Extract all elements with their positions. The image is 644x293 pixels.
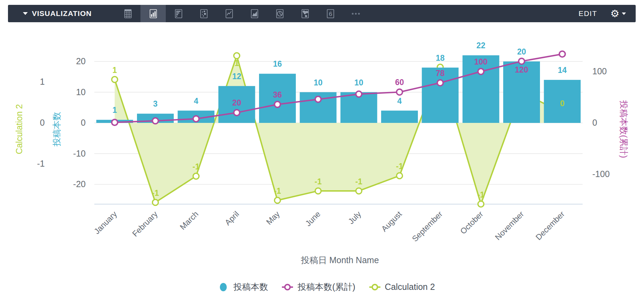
legend-label: Calculation 2: [385, 282, 435, 292]
data-label: 1: [234, 59, 239, 68]
visualization-panel: VISUALIZATION 6 EDIT ⚙ 11341216101041822…: [0, 0, 644, 293]
area-point-March[interactable]: [193, 173, 199, 179]
line-point-February[interactable]: [153, 118, 158, 124]
data-label: 16: [273, 59, 282, 68]
data-label: 36: [273, 90, 282, 99]
area-point-June[interactable]: [315, 188, 321, 194]
y-tick: 10: [76, 87, 86, 97]
data-label: 120: [515, 65, 528, 74]
x-tick-May: May: [264, 209, 281, 226]
y-tick: -20: [73, 179, 86, 189]
area-point-August[interactable]: [397, 173, 403, 179]
legend-item-投稿本数[interactable]: 投稿本数: [217, 281, 268, 293]
data-label: 10: [354, 78, 363, 87]
chart-legend: 投稿本数投稿本数(累計)Calculation 2: [217, 281, 435, 293]
y-tick: 100: [592, 66, 607, 76]
y-tick: 1: [40, 77, 45, 86]
x-tick-December: December: [534, 209, 566, 242]
legend-marker: [217, 283, 230, 292]
x-tick-February: February: [130, 209, 160, 238]
data-label: 22: [476, 41, 486, 50]
data-label: -1: [274, 186, 281, 195]
data-label: 20: [517, 47, 526, 56]
x-tick-September: September: [410, 209, 444, 243]
data-label: -1: [477, 190, 484, 199]
data-label: 3: [153, 99, 158, 108]
legend-marker: [369, 283, 381, 292]
y-axis-title-posts: 投稿本数: [52, 112, 61, 146]
y-tick: 0: [81, 118, 86, 127]
y-tick: 0: [40, 118, 45, 127]
data-label: 14: [558, 66, 567, 75]
x-tick-November: November: [493, 209, 526, 242]
data-label: 10: [314, 78, 323, 87]
data-label: 0: [560, 99, 565, 108]
x-tick-July: July: [346, 209, 363, 226]
x-tick-April: April: [223, 209, 241, 227]
line-point-October[interactable]: [478, 69, 484, 75]
combo-chart: 1134121610104182220141-1-1-1-1-1-1-10203…: [0, 0, 644, 293]
data-label: 1: [112, 106, 117, 115]
area-point-July[interactable]: [356, 188, 362, 194]
legend-item-投稿本数(累計)[interactable]: 投稿本数(累計): [281, 281, 355, 293]
x-tick-June: June: [303, 209, 322, 228]
area-point-October[interactable]: [478, 201, 484, 207]
x-axis-title: 投稿日 Month Name: [301, 254, 379, 266]
x-tick-March: March: [178, 209, 200, 232]
y-tick: 0: [592, 118, 597, 127]
line-point-April[interactable]: [234, 110, 240, 116]
y-tick: -10: [73, 149, 86, 158]
x-tick-August: August: [380, 209, 404, 233]
data-label: -1: [152, 189, 159, 198]
y-tick: -100: [592, 169, 610, 179]
data-label: 100: [474, 57, 487, 66]
x-tick-January: January: [92, 209, 119, 236]
data-label: 4: [194, 97, 198, 106]
area-point-April[interactable]: [234, 53, 240, 59]
line-point-December[interactable]: [559, 51, 565, 57]
data-label: 60: [395, 78, 404, 87]
legend-marker: [281, 283, 294, 292]
y-axis-title-calculation2: Calculation 2: [14, 104, 24, 154]
line-point-May[interactable]: [275, 101, 281, 107]
y-tick: -1: [37, 159, 45, 168]
area-point-February[interactable]: [153, 199, 158, 205]
legend-label: 投稿本数(累計): [298, 281, 355, 293]
line-point-January[interactable]: [112, 119, 118, 125]
line-point-November[interactable]: [519, 58, 525, 64]
line-point-March[interactable]: [193, 116, 199, 122]
line-point-June[interactable]: [315, 96, 321, 102]
x-tick-October: October: [458, 209, 485, 236]
area-point-May[interactable]: [275, 198, 281, 203]
legend-item-Calculation 2[interactable]: Calculation 2: [369, 282, 435, 292]
data-label: -1: [396, 162, 403, 171]
bar-August[interactable]: [381, 111, 418, 123]
y-tick: 20: [76, 56, 86, 66]
data-label: -1: [315, 177, 322, 186]
line-point-July[interactable]: [356, 91, 362, 97]
area-point-January[interactable]: [112, 76, 118, 82]
y-axis-title-cumulative: 投稿本数(累計): [619, 100, 629, 158]
data-label: 1: [112, 66, 117, 75]
data-label: 20: [232, 98, 241, 107]
data-label: 12: [232, 72, 241, 81]
line-point-September[interactable]: [437, 80, 443, 86]
data-label: 4: [397, 97, 402, 106]
data-label: -1: [192, 162, 200, 171]
line-point-August[interactable]: [397, 89, 403, 95]
legend-label: 投稿本数: [233, 281, 268, 293]
data-label: 18: [436, 53, 445, 62]
data-label: 78: [436, 69, 445, 78]
data-label: -1: [355, 177, 362, 186]
